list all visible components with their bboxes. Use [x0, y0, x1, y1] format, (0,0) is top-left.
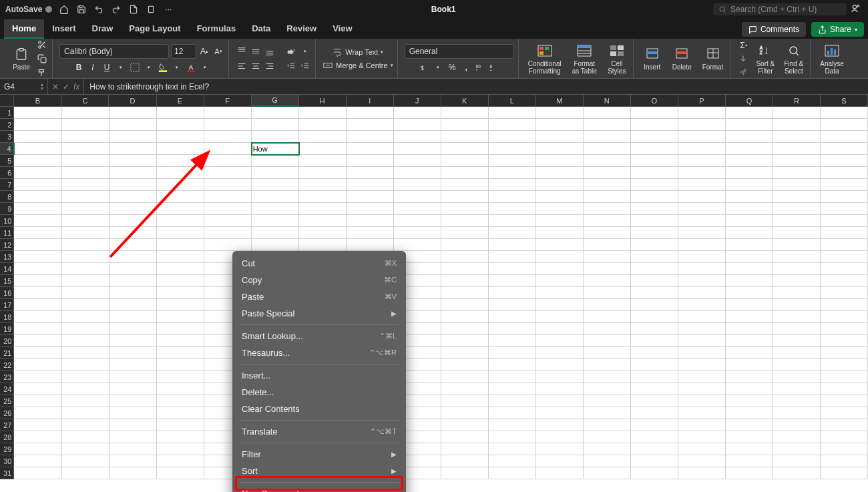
column-header[interactable]: E: [157, 95, 204, 107]
column-header[interactable]: K: [441, 95, 489, 107]
cell[interactable]: [536, 143, 584, 155]
cell[interactable]: [62, 395, 110, 407]
wrap-text-button[interactable]: Wrap Text ▾: [332, 47, 383, 57]
cell[interactable]: [726, 323, 773, 335]
cell[interactable]: [821, 107, 868, 119]
cell[interactable]: [347, 143, 394, 155]
cell[interactable]: [62, 359, 110, 371]
cell[interactable]: [821, 323, 868, 335]
cell[interactable]: [726, 227, 773, 239]
cell[interactable]: [631, 251, 678, 263]
cell[interactable]: [584, 395, 631, 407]
cell[interactable]: [821, 215, 868, 227]
cell[interactable]: [394, 215, 441, 227]
menu-item-paste[interactable]: Paste⌘V: [232, 288, 406, 305]
cell[interactable]: [489, 443, 536, 455]
cell[interactable]: [726, 239, 773, 251]
cell[interactable]: [584, 287, 631, 299]
cell[interactable]: [394, 179, 441, 191]
formula-input[interactable]: [84, 79, 868, 94]
cell[interactable]: [62, 287, 110, 299]
row-header[interactable]: 5: [0, 155, 14, 167]
chevron-down-icon[interactable]: ▾: [115, 61, 127, 73]
cell[interactable]: [110, 347, 157, 359]
cell[interactable]: [489, 431, 536, 443]
cell[interactable]: [536, 371, 584, 383]
cell[interactable]: [678, 179, 726, 191]
cell[interactable]: [441, 335, 489, 347]
row-header[interactable]: 24: [0, 383, 14, 395]
cell[interactable]: [204, 215, 252, 227]
cell[interactable]: [110, 251, 157, 263]
cell[interactable]: [157, 359, 204, 371]
tab-data[interactable]: Data: [244, 19, 278, 39]
bold-icon[interactable]: B: [73, 61, 85, 73]
cell[interactable]: [157, 455, 204, 467]
cell[interactable]: [631, 275, 678, 287]
cell[interactable]: [773, 131, 821, 143]
cell[interactable]: [726, 167, 773, 179]
cell[interactable]: [110, 359, 157, 371]
cell[interactable]: [536, 323, 584, 335]
cell[interactable]: [726, 335, 773, 347]
cell[interactable]: [441, 215, 489, 227]
cell[interactable]: [678, 251, 726, 263]
cell[interactable]: [631, 299, 678, 311]
cell[interactable]: [726, 299, 773, 311]
cell[interactable]: [441, 395, 489, 407]
cell[interactable]: [157, 443, 204, 455]
cell[interactable]: [62, 299, 110, 311]
cell[interactable]: [631, 143, 678, 155]
cell[interactable]: [252, 167, 299, 179]
tab-draw[interactable]: Draw: [84, 19, 122, 39]
cell[interactable]: [584, 131, 631, 143]
cell[interactable]: [726, 407, 773, 419]
cell[interactable]: [14, 323, 61, 335]
cell[interactable]: [536, 347, 584, 359]
cell[interactable]: [110, 239, 157, 251]
cell[interactable]: [441, 203, 489, 215]
cell[interactable]: [536, 407, 584, 419]
cell[interactable]: [110, 335, 157, 347]
cell[interactable]: [489, 131, 536, 143]
cell[interactable]: [631, 119, 678, 131]
row-header[interactable]: 14: [0, 263, 14, 275]
cell[interactable]: [157, 371, 204, 383]
cell[interactable]: [394, 119, 441, 131]
cell[interactable]: [678, 143, 726, 155]
column-header[interactable]: M: [536, 95, 584, 107]
cell[interactable]: [584, 443, 631, 455]
cell[interactable]: [62, 419, 110, 431]
cell[interactable]: [536, 191, 584, 203]
row-header[interactable]: 13: [0, 251, 14, 263]
row-header[interactable]: 6: [0, 167, 14, 179]
cell[interactable]: [252, 227, 299, 239]
cell[interactable]: [678, 263, 726, 275]
cell[interactable]: [773, 395, 821, 407]
cell[interactable]: [62, 335, 110, 347]
cell[interactable]: [584, 383, 631, 395]
cell[interactable]: [441, 191, 489, 203]
cell[interactable]: [631, 155, 678, 167]
align-middle-icon[interactable]: [250, 45, 262, 57]
cell[interactable]: [62, 347, 110, 359]
cell[interactable]: [441, 323, 489, 335]
cell[interactable]: [489, 347, 536, 359]
cell[interactable]: [678, 131, 726, 143]
cell[interactable]: [536, 131, 584, 143]
cell[interactable]: [489, 383, 536, 395]
cell[interactable]: [62, 455, 110, 467]
cell[interactable]: [62, 143, 110, 155]
cell[interactable]: [157, 155, 204, 167]
align-center-icon[interactable]: [250, 60, 262, 72]
format-painter-icon[interactable]: [36, 67, 48, 79]
cell[interactable]: [584, 179, 631, 191]
cell[interactable]: [821, 203, 868, 215]
cell[interactable]: [204, 131, 252, 143]
cell[interactable]: [678, 311, 726, 323]
cell[interactable]: [441, 263, 489, 275]
menu-item-insert[interactable]: Insert...: [232, 367, 406, 384]
column-header[interactable]: P: [678, 95, 726, 107]
cell[interactable]: [773, 143, 821, 155]
row-header[interactable]: 11: [0, 227, 14, 239]
